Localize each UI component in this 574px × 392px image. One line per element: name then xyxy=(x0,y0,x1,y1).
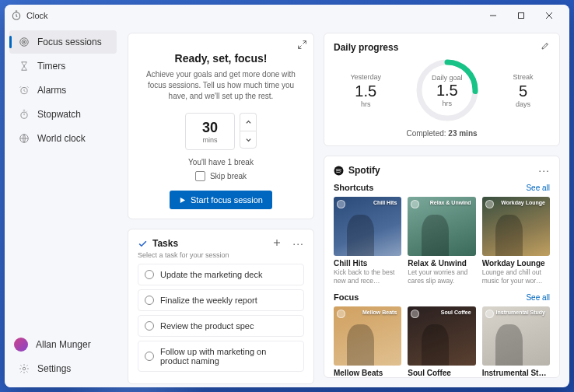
playlist-tile[interactable]: Workday LoungeWorkday LoungeLounge and c… xyxy=(482,197,550,285)
daily-progress-card: Daily progress Yesterday 1.5 hrs xyxy=(324,33,560,146)
spotify-badge-icon xyxy=(411,310,419,318)
svg-point-4 xyxy=(23,41,25,43)
nav-focus-sessions[interactable]: Focus sessions xyxy=(9,30,117,54)
spotify-badge-icon xyxy=(485,200,494,208)
progress-ring: Daily goal 1.5 hrs xyxy=(415,58,480,123)
focus-title: Ready, set, focus! xyxy=(138,52,304,65)
nav-label: Stopwatch xyxy=(37,109,81,120)
task-row[interactable]: Review the product spec xyxy=(138,315,304,337)
radio-icon xyxy=(145,270,154,279)
start-label: Start focus session xyxy=(191,195,263,205)
avatar xyxy=(14,338,28,352)
task-label: Finalize the weekly report xyxy=(160,296,257,305)
duration-display[interactable]: 30 mins xyxy=(185,113,235,150)
shortcuts-seeall-link[interactable]: See all xyxy=(526,184,550,192)
task-row[interactable]: Finalize the weekly report xyxy=(138,289,304,311)
focus-heading: Focus xyxy=(334,292,359,302)
todo-icon xyxy=(138,239,148,249)
start-focus-button[interactable]: Start focus session xyxy=(170,191,272,209)
account-button[interactable]: Allan Munger xyxy=(5,333,121,356)
radio-icon xyxy=(145,352,154,361)
alarm-icon xyxy=(19,85,30,96)
duration-down-button[interactable] xyxy=(240,131,257,149)
play-icon xyxy=(179,197,186,204)
spotify-more-button[interactable]: ··· xyxy=(538,164,550,177)
yesterday-stat: Yesterday 1.5 hrs xyxy=(350,73,381,108)
nav-label: Focus sessions xyxy=(37,37,102,47)
playlist-name: Mellow Beats xyxy=(334,369,401,377)
playlist-tile[interactable]: Instrumental StudyInstrumental StudyA so… xyxy=(482,306,550,378)
tasks-subtitle: Select a task for your session xyxy=(138,251,304,259)
gear-icon xyxy=(19,363,30,374)
playlist-tile[interactable]: Relax & UnwindRelax & UnwindLet your wor… xyxy=(408,197,475,285)
nav-alarms[interactable]: Alarms xyxy=(9,79,117,102)
playlist-tile[interactable]: Mellow BeatsMellow BeatsStay relaxed wit… xyxy=(334,306,401,378)
spotify-badge-icon xyxy=(337,200,345,208)
skip-break-label: Skip break xyxy=(210,172,247,180)
task-label: Review the product spec xyxy=(160,321,254,331)
progress-title: Daily progress xyxy=(334,42,398,53)
nav-timers[interactable]: Timers xyxy=(9,54,117,78)
nav-world-clock[interactable]: World clock xyxy=(9,127,117,150)
playlist-name: Chill Hits xyxy=(334,259,401,268)
checkbox-icon xyxy=(195,171,205,181)
playlist-tile[interactable]: Soul CoffeeSoul CoffeeThe tunes to ease … xyxy=(408,306,475,378)
focus-seeall-link[interactable]: See all xyxy=(526,293,550,302)
spotify-title: Spotify xyxy=(348,165,534,176)
skip-break-checkbox[interactable]: Skip break xyxy=(138,171,304,181)
duration-up-button[interactable] xyxy=(240,113,257,131)
spotify-badge-icon xyxy=(485,310,494,318)
focus-setup-card: Ready, set, focus! Achieve your goals an… xyxy=(128,33,314,219)
radio-icon xyxy=(145,296,154,305)
playlist-art: Instrumental Study xyxy=(482,306,550,366)
shortcuts-heading: Shortcuts xyxy=(334,183,373,192)
nav-stopwatch[interactable]: Stopwatch xyxy=(9,103,117,126)
svg-rect-1 xyxy=(519,13,524,19)
add-task-button[interactable] xyxy=(272,238,282,250)
hourglass-icon xyxy=(19,61,30,72)
spotify-card: Spotify ··· Shortcuts See all Chill Hits… xyxy=(324,156,560,378)
task-label: Follow up with marketing on product nami… xyxy=(160,347,297,366)
nav-settings[interactable]: Settings xyxy=(9,357,117,380)
nav-label: World clock xyxy=(37,133,86,144)
task-row[interactable]: Update the marketing deck xyxy=(138,264,304,285)
task-label: Update the marketing deck xyxy=(160,270,262,279)
playlist-art: Mellow Beats xyxy=(334,306,401,366)
titlebar: Clock xyxy=(5,5,569,26)
nav-label: Timers xyxy=(37,61,65,72)
main-content: Ready, set, focus! Achieve your goals an… xyxy=(121,26,569,387)
playlist-art: Workday Lounge xyxy=(482,197,550,256)
spotify-badge-icon xyxy=(337,310,345,318)
completed-text: Completed: 23 mins xyxy=(334,129,550,138)
tasks-title: Tasks xyxy=(152,238,268,249)
duration-stepper xyxy=(240,113,257,150)
app-title: Clock xyxy=(26,11,48,20)
tasks-more-button[interactable]: ··· xyxy=(292,237,304,250)
playlist-name: Soul Coffee xyxy=(408,369,475,377)
tasks-card: Tasks ··· Select a task for your session… xyxy=(128,229,314,384)
duration-unit: mins xyxy=(202,136,217,144)
user-name: Allan Munger xyxy=(36,339,91,350)
duration-value: 30 xyxy=(202,120,218,136)
radio-icon xyxy=(145,321,154,331)
minimize-button[interactable] xyxy=(479,5,507,26)
expand-icon[interactable] xyxy=(297,40,307,52)
nav-label: Alarms xyxy=(37,85,66,96)
playlist-art: Chill Hits xyxy=(334,197,401,256)
maximize-button[interactable] xyxy=(507,5,535,26)
svg-point-8 xyxy=(23,367,26,370)
break-info: You'll have 1 break xyxy=(138,158,304,166)
playlist-desc: Kick back to the best new and rece… xyxy=(334,268,401,285)
playlist-tile[interactable]: Chill HitsChill HitsKick back to the bes… xyxy=(334,197,401,285)
close-button[interactable] xyxy=(535,5,563,26)
focus-description: Achieve your goals and get more done wit… xyxy=(138,69,304,102)
spotify-icon xyxy=(334,166,344,176)
playlist-art: Soul Coffee xyxy=(408,306,475,366)
playlist-desc: Lounge and chill out music for your wor… xyxy=(482,268,550,285)
playlist-name: Workday Lounge xyxy=(482,259,550,268)
task-row[interactable]: Follow up with marketing on product nami… xyxy=(138,341,304,372)
playlist-desc: Let your worries and cares slip away. xyxy=(408,268,475,285)
edit-goal-button[interactable] xyxy=(541,41,550,53)
globe-icon xyxy=(19,133,30,144)
stopwatch-icon xyxy=(19,109,30,120)
